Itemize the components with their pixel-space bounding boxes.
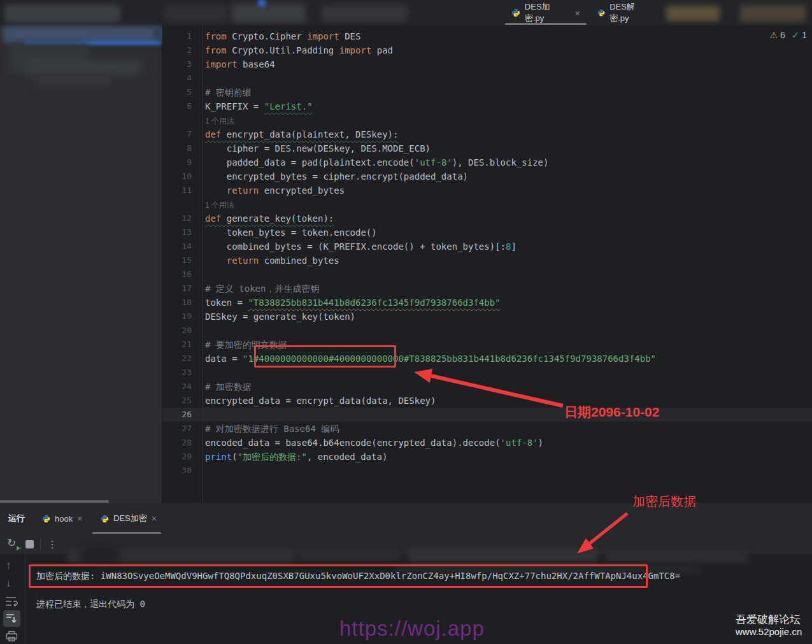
line-number[interactable]: 6 [162, 99, 203, 113]
code-line[interactable]: 3import base64 [162, 57, 812, 71]
code-token: combined_bytes [259, 255, 339, 266]
line-number[interactable]: 19 [162, 310, 203, 324]
line-number[interactable]: 13 [162, 225, 203, 240]
line-number[interactable]: 21 [162, 338, 203, 352]
tab-label: DES加密.py [525, 1, 569, 24]
code-line[interactable]: 20 [162, 324, 812, 338]
run-tab-des-encrypt[interactable]: DES加密 × [94, 503, 163, 534]
scroll-to-end-button[interactable] [3, 610, 20, 627]
inlay-hint-row[interactable]: 1 个用法 [162, 113, 812, 127]
line-number[interactable]: 10 [162, 169, 203, 183]
code-line[interactable]: 7def encrypt_data(plaintext, DESkey): [162, 127, 812, 141]
run-tab-hook[interactable]: hook × [36, 503, 89, 534]
problems-widget[interactable]: ⚠ 6 ✓ 1 [769, 29, 807, 41]
line-number[interactable]: 2 [162, 43, 203, 57]
line-number[interactable]: 8 [162, 141, 203, 155]
line-number[interactable]: 17 [162, 282, 203, 296]
code-line[interactable]: 5# 密钥前缀 [162, 85, 812, 99]
line-number[interactable]: 9 [162, 155, 203, 169]
line-number[interactable]: 20 [162, 324, 203, 338]
code-line[interactable]: 14 combined_bytes = (K_PREFIX.encode() +… [162, 240, 812, 254]
rerun-button[interactable]: ↻ ▶ [7, 538, 20, 550]
line-number[interactable]: 11 [162, 183, 203, 197]
code-editor[interactable]: 1from Crypto.Cipher import DES2from Cryp… [162, 25, 812, 503]
line-number[interactable]: 15 [162, 254, 203, 268]
code-line[interactable]: 1from Crypto.Cipher import DES [162, 29, 812, 43]
toolbar-separator [40, 538, 41, 550]
line-number[interactable]: 4 [162, 71, 203, 85]
line-number[interactable]: 5 [162, 85, 203, 99]
project-panel[interactable] [0, 25, 162, 503]
more-options-button[interactable]: ⋮ [47, 538, 57, 550]
code-token: encrypted_data = encrypt_data(data, DESk… [205, 396, 436, 406]
run-tab-label: DES加密 [113, 513, 147, 524]
code-line[interactable]: 26 [162, 408, 812, 422]
line-number[interactable]: 23 [162, 366, 203, 380]
close-icon[interactable]: × [77, 513, 82, 524]
soft-wrap-button[interactable] [5, 596, 18, 606]
code-line[interactable]: 9 padded_data = pad(plaintext.encode('ut… [162, 155, 812, 169]
line-number[interactable]: 12 [162, 211, 203, 225]
line-number[interactable]: 30 [162, 464, 203, 478]
code-line[interactable]: 15 return combined_bytes [162, 254, 812, 268]
next-occurrence-button[interactable]: ↓ [6, 577, 11, 590]
tab-des-decrypt-py[interactable]: DES解密.py [591, 0, 655, 25]
line-number[interactable]: 1 [162, 29, 203, 43]
code-line[interactable]: 13 token_bytes = token.encode() [162, 225, 812, 240]
code-line[interactable]: 10 encrypted_bytes = cipher.encrypt(padd… [162, 169, 812, 183]
code-token: import [307, 31, 339, 41]
line-number[interactable]: 26 [162, 408, 203, 422]
line-number[interactable]: 16 [162, 268, 203, 282]
code-line[interactable]: 4 [162, 71, 812, 85]
inlay-hint: 1 个用法 [203, 113, 234, 127]
code-line[interactable]: 12def generate_key(token): [162, 211, 812, 225]
run-panel-title: 运行 [8, 513, 25, 524]
code-line[interactable]: 19DESkey = generate_key(token) [162, 310, 812, 324]
code-line[interactable]: 2from Crypto.Util.Padding import pad [162, 43, 812, 57]
code-line[interactable]: 11 return encrypted_bytes [162, 183, 812, 197]
code-line[interactable]: 30 [162, 464, 812, 478]
code-line[interactable]: 6K_PREFIX = "Lerist." [162, 99, 812, 113]
line-number[interactable]: 28 [162, 436, 203, 450]
prev-occurrence-button[interactable]: ↑ [6, 559, 11, 572]
code-line[interactable]: 28encoded_data = base64.b64encode(encryp… [162, 436, 812, 450]
code-line[interactable]: 16 [162, 268, 812, 282]
line-number[interactable]: 24 [162, 380, 203, 394]
inlay-hint-row[interactable]: 1 个用法 [162, 197, 812, 211]
code-token: # 定义 token，并生成密钥 [205, 283, 319, 294]
close-icon[interactable]: × [152, 513, 157, 524]
code-line[interactable]: 8 cipher = DES.new(DESkey, DES.MODE_ECB) [162, 141, 812, 155]
tab-label: DES解密.py [609, 1, 648, 24]
code-token: # 对加密数据进行 Base64 编码 [205, 424, 339, 434]
code-line[interactable]: 17# 定义 token，并生成密钥 [162, 282, 812, 296]
code-token: ), DES.block_size) [452, 157, 549, 168]
close-icon[interactable]: × [574, 8, 580, 18]
redacted-tab [666, 6, 720, 21]
code-line[interactable]: 29print("加密后的数据:", encoded_data) [162, 450, 812, 464]
line-number[interactable]: 22 [162, 352, 203, 366]
rerun-icon: ↻ [7, 537, 16, 549]
code-token: generate_key(token): [227, 213, 334, 224]
line-number[interactable]: 7 [162, 127, 203, 141]
line-number[interactable]: 3 [162, 57, 203, 71]
code-text: encrypted_data = encrypt_data(data, DESk… [203, 394, 436, 408]
code-token: 'utf-8' [501, 438, 538, 448]
code-line[interactable]: 24# 加密数据 [162, 380, 812, 394]
stop-button[interactable] [25, 540, 34, 548]
code-line[interactable]: 25encrypted_data = encrypt_data(data, DE… [162, 394, 812, 408]
line-number[interactable]: 18 [162, 296, 203, 310]
line-number[interactable]: 27 [162, 422, 203, 436]
code-line[interactable]: 23 [162, 366, 812, 380]
console-exit-line: 进程已结束，退出代码为 0 [36, 599, 145, 610]
code-token: print [205, 452, 232, 462]
line-number[interactable]: 25 [162, 394, 203, 408]
line-number[interactable]: 14 [162, 240, 203, 254]
code-line[interactable]: 27# 对加密数据进行 Base64 编码 [162, 422, 812, 436]
print-button[interactable] [6, 631, 18, 641]
line-number[interactable]: 29 [162, 450, 203, 464]
tab-des-encrypt-py[interactable]: DES加密.py × [505, 0, 587, 25]
redacted-badge [258, 0, 266, 6]
code-text: encoded_data = base64.b64encode(encrypte… [203, 436, 543, 450]
watermark-right-line2: www.52pojie.cn [736, 626, 802, 638]
code-line[interactable]: 18token = "T838825bb831b441b8d6236fc1345… [162, 296, 812, 310]
